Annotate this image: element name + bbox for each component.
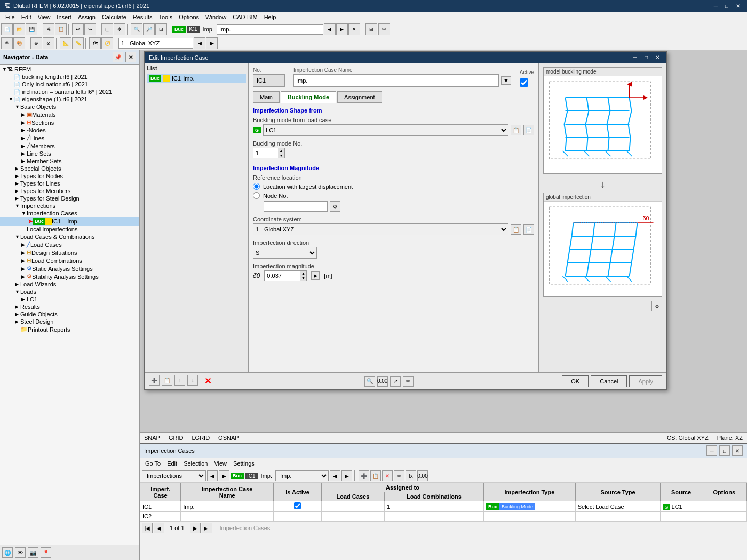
coord-system-dropdown[interactable]: 1 - Global XYZ xyxy=(118,38,193,49)
loads-toggle[interactable]: ▼ xyxy=(15,289,20,294)
nav-basic-objects[interactable]: ▼ Basic Objects xyxy=(0,103,139,110)
bt-next-btn[interactable]: ▶ xyxy=(219,470,229,481)
imp-dropdown[interactable]: Imp. xyxy=(217,24,323,35)
menu-help[interactable]: Help xyxy=(261,13,280,21)
members-toggle[interactable]: ▶ xyxy=(21,143,27,149)
footer-copy-btn[interactable]: 📋 xyxy=(162,375,172,386)
nav-inclination[interactable]: 📄 Only inclination.rf6 | 2021 xyxy=(0,81,139,88)
rfem-toggle[interactable]: ▼ xyxy=(2,67,7,72)
nav-prev-btn2[interactable]: ◀ xyxy=(154,523,164,533)
new-btn[interactable]: 📄 xyxy=(1,23,13,35)
nav-banana[interactable]: 📄 inclination – banana left.rf6* | 2021 xyxy=(0,88,139,95)
node-no-input[interactable] xyxy=(264,201,328,212)
menu-tools[interactable]: Tools xyxy=(155,13,176,21)
nav-static-analysis[interactable]: ▶ ⚙ Static Analysis Settings xyxy=(0,265,139,273)
magnitude-input[interactable]: 0.037 ▲ ▼ xyxy=(264,270,307,281)
bottom-view[interactable]: View xyxy=(211,459,230,468)
nav-loads[interactable]: ▼ Loads xyxy=(0,288,139,295)
mode-no-spinner[interactable]: ▲ ▼ xyxy=(278,148,284,158)
eigenshape-toggle[interactable]: ▼ xyxy=(9,97,14,102)
select-btn[interactable]: ▢ xyxy=(101,23,113,35)
nav-design-situations[interactable]: ▶ ⊞ Design Situations xyxy=(0,249,139,257)
bt-add-btn[interactable]: ➕ xyxy=(359,470,369,481)
dialog-minimize-btn[interactable]: ─ xyxy=(631,54,640,61)
open-btn[interactable]: 📂 xyxy=(13,23,25,35)
results-toggle[interactable]: ▶ xyxy=(15,304,20,309)
footer-zero-btn[interactable]: 0.00 xyxy=(377,376,388,387)
bt-del-btn[interactable]: ✕ xyxy=(382,470,393,481)
active-checkbox[interactable] xyxy=(520,78,528,87)
ic1-active-check[interactable] xyxy=(294,502,301,509)
footer-search-btn[interactable]: 🔍 xyxy=(364,376,375,387)
zoom-in-btn[interactable]: 🔍 xyxy=(131,23,142,35)
radio-node-no-input[interactable] xyxy=(253,192,260,199)
nav-types-lines[interactable]: ▶ Types for Lines xyxy=(0,180,139,187)
nav-eye-btn[interactable]: 👁 xyxy=(15,547,26,558)
nav-close-btn[interactable]: ✕ xyxy=(125,52,136,62)
nav-printout[interactable]: 📁 Printout Reports xyxy=(0,325,139,333)
lc-icon-btn1[interactable]: 📋 xyxy=(511,125,521,135)
nav-globe-btn[interactable]: 🌐 xyxy=(2,547,13,558)
menu-window[interactable]: Window xyxy=(202,13,229,21)
node-no-btn[interactable]: ↺ xyxy=(330,201,340,212)
menu-options[interactable]: Options xyxy=(176,13,202,21)
wizards-toggle[interactable]: ▶ xyxy=(15,282,20,287)
nav-last-btn[interactable]: ▶| xyxy=(202,523,212,533)
nav-guide-objects[interactable]: ▶ Guide Objects xyxy=(0,310,139,318)
dialog-close-btn[interactable]: ✕ xyxy=(653,54,662,61)
footer-delete-btn[interactable]: ✕ xyxy=(200,375,216,387)
ok-button[interactable]: OK xyxy=(562,375,589,387)
apply-button[interactable]: Apply xyxy=(629,375,662,387)
static-toggle[interactable]: ▶ xyxy=(21,266,27,271)
special-toggle[interactable]: ▶ xyxy=(15,166,20,171)
dialog-title-controls[interactable]: ─ □ ✕ xyxy=(631,54,662,61)
nav-rfem[interactable]: ▼ 🏗 RFEM xyxy=(0,66,139,73)
minimize-btn[interactable]: ─ xyxy=(711,3,720,10)
nav-buckling[interactable]: 📄 buckling length.rf6 | 2021 xyxy=(0,73,139,81)
menu-view[interactable]: View xyxy=(35,13,54,21)
nav-sections[interactable]: ▶ ⊞ Sections xyxy=(0,118,139,126)
linesets-toggle[interactable]: ▶ xyxy=(21,151,27,156)
snap2[interactable]: ⊗ xyxy=(43,37,54,49)
restore-btn[interactable]: □ xyxy=(722,3,731,10)
magnitude-spinner[interactable]: ▲ ▼ xyxy=(300,271,306,281)
bt-edit-btn[interactable]: ✏ xyxy=(394,470,404,481)
load-combo-toggle[interactable]: ▶ xyxy=(21,258,27,263)
menu-edit[interactable]: Edit xyxy=(18,13,35,21)
status-lgrid[interactable]: LGRID xyxy=(192,435,210,441)
mode-no-input[interactable]: 1 ▲ ▼ xyxy=(253,148,285,158)
redo-btn[interactable]: ↪ xyxy=(84,23,96,35)
nav-types-members[interactable]: ▶ Types for Members xyxy=(0,187,139,195)
nav-load-cases[interactable]: ▶ ╱ Load Cases xyxy=(0,241,139,249)
move-btn[interactable]: ✥ xyxy=(114,23,125,35)
steel-toggle[interactable]: ▶ xyxy=(15,319,20,324)
nav-stability-analysis[interactable]: ▶ ⚙ Stability Analysis Settings xyxy=(0,273,139,281)
table-row-ic1[interactable]: IC1 Imp. 1 Buc Buckling Mode xyxy=(140,501,747,512)
bt-num-btn[interactable]: 0.00 xyxy=(417,470,428,481)
nav-camera-btn[interactable]: 📷 xyxy=(28,547,38,558)
mag-spin-up[interactable]: ▲ xyxy=(300,271,306,276)
lc-icon-btn2[interactable]: 📄 xyxy=(523,125,534,135)
direction-select[interactable]: S xyxy=(253,247,317,259)
guide-toggle[interactable]: ▶ xyxy=(15,311,20,317)
nav-lines[interactable]: ▶ ╱ Lines xyxy=(0,134,139,142)
zoom-fit-btn[interactable]: ⊡ xyxy=(155,23,167,35)
coord1[interactable]: 🗺 xyxy=(89,37,101,49)
render-btn[interactable]: 🎨 xyxy=(13,37,25,49)
table-row-ic2[interactable]: IC2 xyxy=(140,512,747,521)
bottom-close-btn[interactable]: ✕ xyxy=(732,445,743,456)
footer-edit-btn[interactable]: ✏ xyxy=(403,376,414,387)
tab-main[interactable]: Main xyxy=(253,91,280,103)
footer-down-btn[interactable]: ↓ xyxy=(187,375,198,386)
nav-special-objects[interactable]: ▶ Special Objects xyxy=(0,165,139,172)
zoom-out-btn[interactable]: 🔎 xyxy=(143,23,155,35)
nav-next-btn2[interactable]: ▶ xyxy=(190,523,201,533)
status-grid[interactable]: GRID xyxy=(169,435,184,441)
mag-spin-down[interactable]: ▼ xyxy=(300,276,306,281)
menu-results[interactable]: Results xyxy=(130,13,156,21)
menu-cadbim[interactable]: CAD-BIM xyxy=(229,13,260,21)
bt-nav-next[interactable]: ▶ xyxy=(341,470,352,481)
title-bar-controls[interactable]: ─ □ ✕ xyxy=(711,3,743,10)
nav-linesets[interactable]: ▶ Line Sets xyxy=(0,150,139,157)
name-dropdown-btn[interactable]: ▼ xyxy=(501,76,511,85)
